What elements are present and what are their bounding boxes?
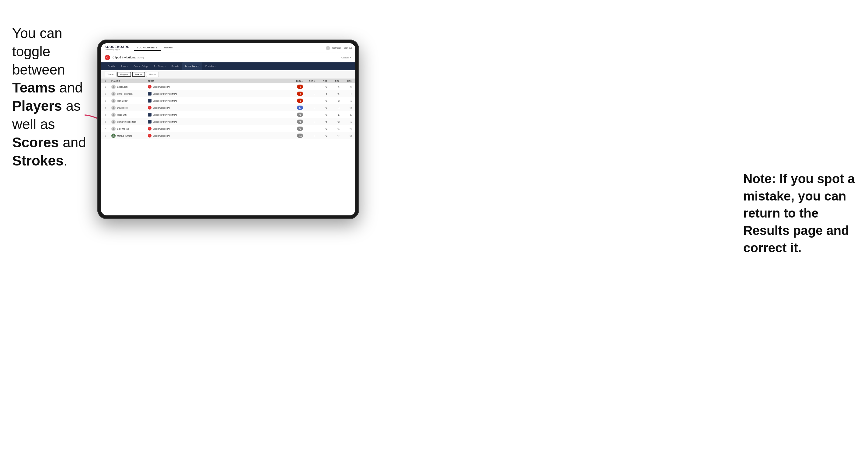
rank-cell: 2	[105, 93, 111, 95]
player-avatar	[111, 127, 116, 131]
player-name: Chris Robertson	[117, 93, 133, 95]
rd2-cell: -6	[328, 86, 340, 88]
svg-point-1	[113, 87, 115, 88]
total-cell: -4	[282, 92, 303, 96]
app-header: SCOREBOARD Powered by clippd TOURNAMENTS…	[101, 43, 355, 53]
rd2-cell: +5	[328, 93, 340, 95]
rd1-cell: +1	[315, 107, 328, 109]
tab-details[interactable]: Details	[105, 62, 118, 70]
tab-printables[interactable]: Printables	[202, 62, 218, 70]
scoreboard-logo: SCOREBOARD Powered by clippd	[105, 45, 130, 51]
tab-tee-groups[interactable]: Tee Groups	[151, 62, 168, 70]
team-cell: ▬ Scoreboard University [A]	[148, 92, 282, 96]
rd2-cell: -2	[328, 100, 340, 102]
team-cell: ▬ Scoreboard University [A]	[148, 113, 282, 117]
svg-point-4	[113, 100, 114, 101]
score-badge: +9	[297, 127, 303, 131]
col-player: PLAYER	[111, 80, 148, 82]
tab-leaderboards[interactable]: Leaderboards	[182, 62, 202, 70]
table-row[interactable]: 7 Blair McHarg C Clippd College [A] +9 F…	[101, 125, 355, 132]
toggle-players[interactable]: Players	[118, 72, 131, 77]
rd1-cell: +1	[315, 114, 328, 116]
thru-cell: F	[303, 100, 315, 102]
nav-tournaments[interactable]: TOURNAMENTS	[134, 45, 161, 51]
thru-cell: F	[303, 93, 315, 95]
rd2-cell: E	[328, 114, 340, 116]
player-name: Marcus Turners	[117, 135, 132, 137]
table-row[interactable]: 5 Rees Britt ▬ Scoreboard University [A]…	[101, 111, 355, 118]
logo-title: SCOREBOARD	[105, 45, 130, 49]
table-row[interactable]: 2 Chris Robertson ▬ Scoreboard Universit…	[101, 90, 355, 97]
table-row[interactable]: 8 Marcus Turners C Clippd College [A] +1…	[101, 132, 355, 139]
col-total: TOTAL	[282, 80, 303, 82]
thru-cell: F	[303, 107, 315, 109]
header-nav: TOURNAMENTS TEAMS	[134, 45, 326, 51]
table-row[interactable]: 3 Rich Butler ▬ Scoreboard University [A…	[101, 97, 355, 104]
thru-cell: F	[303, 114, 315, 116]
logo-subtitle: Powered by clippd	[105, 49, 130, 51]
team-logo: ▬	[148, 113, 152, 117]
rd2-cell: +7	[328, 135, 340, 137]
player-cell: Chris Robertson	[111, 92, 148, 96]
team-cell: C Clippd College [A]	[148, 85, 282, 89]
col-rd2: RD2	[328, 80, 340, 82]
rd1-cell: +2	[315, 128, 328, 130]
col-team: TEAM	[148, 80, 282, 82]
svg-point-2	[113, 93, 114, 94]
tab-teams[interactable]: Teams	[118, 62, 130, 70]
team-logo: C	[148, 85, 152, 89]
col-rank: #	[105, 80, 111, 82]
team-cell: C Clippd College [A]	[148, 106, 282, 110]
score-badge: E	[297, 105, 303, 110]
player-avatar	[111, 99, 116, 103]
player-name: Blair McHarg	[117, 128, 129, 130]
tournament-gender: (Men)	[137, 56, 144, 59]
rd3-cell: +3	[340, 107, 352, 109]
total-cell: +1	[282, 113, 303, 117]
team-logo: C	[148, 106, 152, 110]
team-cell: ▬ Scoreboard University [A]	[148, 99, 282, 102]
tab-results[interactable]: Results	[168, 62, 182, 70]
team-logo: ▬	[148, 120, 152, 124]
tournament-name: Clippd Invitational	[113, 56, 136, 59]
table-row[interactable]: 6 Cameron Robertson ▬ Scoreboard Univers…	[101, 118, 355, 125]
player-cell: Rees Britt	[111, 113, 148, 117]
svg-point-12	[113, 128, 114, 129]
signout-link[interactable]: Sign out	[344, 47, 352, 49]
tab-course-setup[interactable]: Course Setup	[130, 62, 151, 70]
team-name: Clippd College [A]	[153, 128, 170, 130]
rank-cell: 6	[105, 121, 111, 123]
team-logo: C	[148, 134, 152, 137]
team-name: Scoreboard University [A]	[153, 100, 177, 102]
rd2-cell: -4	[328, 107, 340, 109]
svg-point-3	[113, 94, 115, 95]
thru-cell: F	[303, 121, 315, 123]
svg-point-8	[113, 114, 114, 115]
score-badge: +1	[297, 113, 303, 117]
tablet-screen: SCOREBOARD Powered by clippd TOURNAMENTS…	[101, 43, 355, 215]
player-cell: David Ford	[111, 105, 148, 110]
cancel-button[interactable]: Cancel ✕	[341, 56, 352, 59]
table-row[interactable]: 4 David Ford C Clippd College [A] E F +1…	[101, 104, 355, 111]
svg-point-11	[113, 122, 115, 123]
rd3-cell: -4	[340, 93, 352, 95]
table-header-row: # PLAYER TEAM TOTAL THRU RD1 RD2 RD3	[101, 79, 355, 83]
player-avatar	[111, 113, 116, 117]
player-avatar	[111, 105, 116, 110]
toggle-scores[interactable]: Scores	[132, 72, 145, 77]
table-row[interactable]: 1 Elliot Ebert C Clippd College [A] -8 F…	[101, 83, 355, 90]
score-badge: +6	[297, 120, 303, 124]
tournament-bar: C Clippd Invitational (Men) Cancel ✕	[101, 53, 355, 62]
user-avatar	[326, 46, 330, 50]
toggle-strokes[interactable]: Strokes	[146, 72, 159, 77]
svg-point-6	[113, 107, 114, 108]
toggle-teams[interactable]: Teams	[105, 72, 117, 77]
tournament-logo: C	[105, 55, 110, 60]
player-cell: Elliot Ebert	[111, 85, 148, 89]
rd1-cell: +1	[315, 100, 328, 102]
nav-teams[interactable]: TEAMS	[161, 45, 176, 51]
team-logo: ▬	[148, 99, 152, 102]
player-avatar	[111, 120, 116, 124]
rank-cell: 7	[105, 128, 111, 130]
left-annotation: You can toggle between Teams and Players…	[12, 24, 97, 170]
